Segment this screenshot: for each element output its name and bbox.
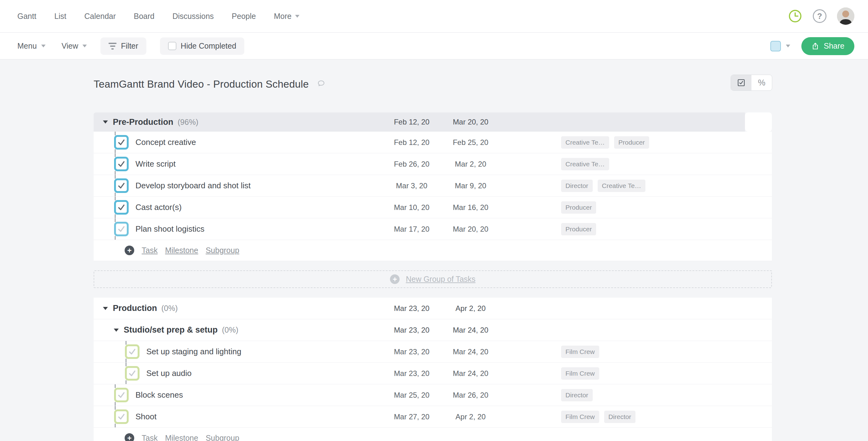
start-date[interactable]: Mar 23, 20 [382, 369, 441, 378]
label-chip[interactable]: Creative Te… [561, 158, 609, 170]
checkbox-view-button[interactable] [731, 75, 751, 91]
help-icon[interactable]: ? [813, 9, 827, 23]
add-subgroup-link[interactable]: Subgroup [206, 434, 239, 441]
end-date[interactable]: Mar 26, 20 [441, 391, 500, 400]
task-row-cast-actors[interactable]: Cast actor(s) Mar 10, 20 Mar 16, 20 Prod… [94, 197, 772, 218]
collapse-icon[interactable] [103, 121, 108, 124]
task-checkbox[interactable] [125, 366, 140, 381]
color-swatch-dropdown[interactable] [770, 41, 790, 52]
menu-dropdown[interactable]: Menu [18, 41, 45, 50]
add-plus-icon[interactable]: + [125, 433, 134, 441]
task-name[interactable]: Develop storyboard and shot list [135, 181, 250, 191]
task-row-develop-storyboard[interactable]: Develop storyboard and shot list Mar 3, … [94, 175, 772, 197]
end-date[interactable]: Mar 24, 20 [441, 369, 500, 378]
label-chip[interactable]: Producer [561, 223, 596, 235]
task-row-write-script[interactable]: Write script Feb 26, 20 Mar 2, 20 Creati… [94, 153, 772, 175]
task-row-set-up-staging[interactable]: Set up staging and lighting Mar 23, 20 M… [94, 341, 772, 363]
filter-button[interactable]: Filter [100, 37, 146, 55]
add-subgroup-link[interactable]: Subgroup [206, 246, 239, 255]
task-row-shoot[interactable]: Shoot Mar 27, 20 Apr 2, 20 Film Crew Dir… [94, 406, 772, 428]
subgroup-row-studio-set-prep[interactable]: Studio/set prep & setup (0%) Mar 23, 20 … [94, 319, 772, 341]
task-row-set-up-audio[interactable]: Set up audio Mar 23, 20 Mar 24, 20 Film … [94, 363, 772, 384]
percent-view-button[interactable]: % [751, 75, 772, 91]
label-chip[interactable]: Director [561, 180, 593, 192]
task-name[interactable]: Block scenes [135, 390, 183, 400]
nav-board[interactable]: Board [134, 12, 155, 21]
task-checkbox[interactable] [114, 135, 129, 149]
label-chip[interactable]: Producer [561, 201, 596, 214]
start-date[interactable]: Feb 12, 20 [382, 118, 441, 126]
nav-more[interactable]: More [274, 12, 300, 21]
share-button[interactable]: Share [801, 37, 855, 55]
end-date[interactable]: Mar 20, 20 [441, 118, 500, 126]
label-chip[interactable]: Producer [614, 136, 649, 149]
task-name[interactable]: Plan shoot logistics [135, 224, 205, 234]
start-date[interactable]: Mar 25, 20 [382, 391, 441, 400]
label-chip[interactable]: Director [604, 411, 636, 423]
add-milestone-link[interactable]: Milestone [165, 434, 198, 441]
task-row-concept-creative[interactable]: Concept creative Feb 12, 20 Feb 25, 20 C… [94, 132, 772, 153]
group-name[interactable]: Pre-Production [113, 117, 173, 127]
task-name[interactable]: Write script [135, 159, 176, 169]
label-chip[interactable]: Director [561, 389, 593, 401]
label-chip[interactable]: Film Crew [561, 346, 599, 358]
start-date[interactable]: Feb 12, 20 [382, 138, 441, 147]
start-date[interactable]: Mar 27, 20 [382, 412, 441, 421]
label-chip[interactable]: Film Crew [561, 367, 599, 380]
add-task-link[interactable]: Task [142, 246, 157, 255]
start-date[interactable]: Mar 3, 20 [382, 181, 441, 190]
end-date[interactable]: Mar 24, 20 [441, 347, 500, 356]
label-chip[interactable]: Film Crew [561, 411, 599, 423]
task-name[interactable]: Concept creative [135, 137, 196, 147]
start-date[interactable]: Mar 23, 20 [382, 347, 441, 356]
task-row-block-scenes[interactable]: Block scenes Mar 25, 20 Mar 26, 20 Direc… [94, 384, 772, 406]
end-date[interactable]: Feb 25, 20 [441, 138, 500, 147]
task-checkbox[interactable] [114, 388, 129, 402]
end-date[interactable]: Mar 9, 20 [441, 181, 500, 190]
view-dropdown[interactable]: View [62, 41, 87, 50]
task-name[interactable]: Set up audio [146, 369, 192, 378]
nav-people[interactable]: People [232, 12, 256, 21]
start-date[interactable]: Mar 10, 20 [382, 203, 441, 212]
nav-calendar[interactable]: Calendar [84, 12, 116, 21]
group-name[interactable]: Production [113, 304, 157, 313]
color-swatch[interactable] [770, 41, 781, 52]
start-date[interactable]: Mar 23, 20 [382, 304, 441, 313]
new-group-row[interactable]: + New Group of Tasks [94, 270, 772, 288]
add-milestone-link[interactable]: Milestone [165, 246, 198, 255]
end-date[interactable]: Mar 2, 20 [441, 160, 500, 168]
end-date[interactable]: Mar 24, 20 [441, 326, 500, 335]
new-group-link[interactable]: New Group of Tasks [406, 275, 475, 284]
nav-list[interactable]: List [54, 12, 66, 21]
nav-discussions[interactable]: Discussions [173, 12, 214, 21]
task-row-plan-shoot-logistics[interactable]: Plan shoot logistics Mar 17, 20 Mar 20, … [94, 218, 772, 240]
collapse-icon[interactable] [114, 329, 119, 332]
task-name[interactable]: Set up staging and lighting [146, 347, 241, 357]
task-name[interactable]: Cast actor(s) [135, 203, 182, 212]
subgroup-name[interactable]: Studio/set prep & setup [124, 325, 218, 335]
end-date[interactable]: Mar 16, 20 [441, 203, 500, 212]
task-checkbox[interactable] [114, 200, 129, 215]
collapse-icon[interactable] [103, 307, 108, 310]
add-task-link[interactable]: Task [142, 434, 157, 441]
start-date[interactable]: Mar 23, 20 [382, 326, 441, 335]
end-date[interactable]: Apr 2, 20 [441, 304, 500, 313]
end-date[interactable]: Apr 2, 20 [441, 412, 500, 421]
task-checkbox[interactable] [125, 344, 140, 359]
nav-gantt[interactable]: Gantt [18, 12, 36, 21]
group-row-pre-production[interactable]: Pre-Production (96%) Feb 12, 20 Mar 20, … [94, 112, 772, 132]
start-date[interactable]: Mar 17, 20 [382, 225, 441, 234]
hide-completed-checkbox[interactable] [168, 42, 176, 50]
task-checkbox[interactable] [114, 222, 129, 236]
task-checkbox[interactable] [114, 157, 129, 171]
task-checkbox[interactable] [114, 178, 129, 193]
add-plus-icon[interactable]: + [125, 246, 134, 255]
task-checkbox[interactable] [114, 409, 129, 424]
comment-icon[interactable] [317, 79, 326, 89]
label-chip[interactable]: Creative Te… [598, 180, 646, 192]
label-chip[interactable]: Creative Te… [561, 136, 609, 149]
start-date[interactable]: Feb 26, 20 [382, 160, 441, 168]
group-row-production[interactable]: Production (0%) Mar 23, 20 Apr 2, 20 [94, 298, 772, 319]
hide-completed-toggle[interactable]: Hide Completed [160, 37, 244, 55]
end-date[interactable]: Mar 20, 20 [441, 225, 500, 234]
